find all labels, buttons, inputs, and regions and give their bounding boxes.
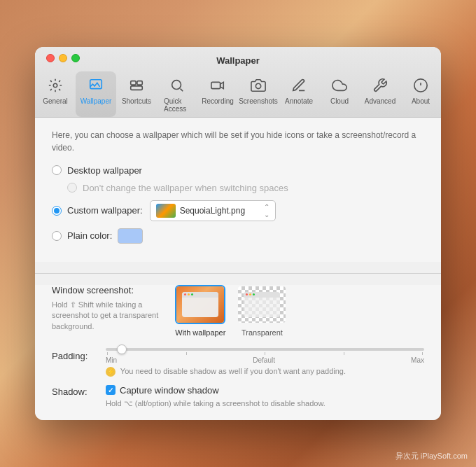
cloud-icon <box>330 76 349 95</box>
shadow-checkbox-label: Capture window shadow <box>120 385 219 396</box>
toolbar-label-cloud: Cloud <box>330 97 349 105</box>
plain-color-radio[interactable] <box>52 231 62 241</box>
transparent-option[interactable]: Transparent <box>237 285 287 337</box>
preview-window <box>182 292 218 317</box>
color-swatch[interactable] <box>118 228 143 244</box>
minimize-button[interactable] <box>59 54 67 62</box>
toolbar-label-shortcuts: Shortcuts <box>122 97 151 105</box>
recording-icon <box>208 76 227 95</box>
custom-wallpaper-row: Custom wallpaper: SequoiaLight.png ⌃⌄ <box>52 200 424 221</box>
window-screenshot-section: Window screenshot: Hold ⇧ Shift while ta… <box>52 285 424 337</box>
shadow-content: ✓ Capture window shadow Hold ⌥ (alt/opti… <box>106 385 424 409</box>
wallpaper-thumbnail <box>156 204 176 218</box>
tick-2 <box>186 352 187 355</box>
lower-section: Window screenshot: Hold ⇧ Shift while ta… <box>35 285 441 420</box>
preview-wallpaper-bg <box>176 286 224 323</box>
shadow-row: Shadow: ✓ Capture window shadow Hold ⌥ (… <box>52 385 424 409</box>
screenshot-options: With wallpaper <box>175 285 287 337</box>
toolbar-item-advanced[interactable]: Advanced <box>360 71 400 117</box>
svg-rect-2 <box>131 81 136 85</box>
no-change-spaces-radio[interactable] <box>67 183 77 193</box>
toolbar-item-screenshots[interactable]: Screenshots <box>238 71 279 117</box>
toolbar-label-quick-access: Quick Access <box>164 97 190 113</box>
toolbar-item-cloud[interactable]: Cloud <box>319 71 360 117</box>
slider-default-label: Default <box>253 356 275 364</box>
plain-color-label: Plain color: <box>67 230 112 241</box>
toolbar-label-wallpaper: Wallpaper <box>80 97 112 105</box>
preview-dot-red <box>184 293 186 295</box>
camera-icon <box>248 76 268 95</box>
slider-min-label: Min <box>106 356 117 364</box>
preview-dot-red-2 <box>246 293 248 295</box>
titlebar: Wallpaper General <box>35 47 441 118</box>
tick-5 <box>422 352 423 355</box>
plain-color-row: Plain color: <box>52 228 424 244</box>
with-wallpaper-label: With wallpaper <box>175 328 225 337</box>
gear-icon <box>46 76 65 95</box>
tick-4 <box>344 352 344 355</box>
toolbar-item-general[interactable]: General <box>35 71 76 117</box>
padding-hint: ⚡ You need to disable shadow as well if … <box>106 367 424 377</box>
app-window: Wallpaper General <box>35 47 441 420</box>
toolbar-item-about[interactable]: About <box>400 71 441 117</box>
custom-wallpaper-radio[interactable] <box>52 206 62 216</box>
toolbar-label-general: General <box>43 97 68 105</box>
toolbar-label-screenshots: Screenshots <box>239 97 278 105</box>
toolbar-label-advanced: Advanced <box>365 97 396 105</box>
padding-slider-track[interactable] <box>106 348 424 351</box>
desktop-wallpaper-label: Desktop wallpaper <box>67 165 142 176</box>
slider-max-label: Max <box>411 356 424 364</box>
wallpaper-file-select[interactable]: SequoiaLight.png ⌃⌄ <box>150 200 276 221</box>
close-button[interactable] <box>46 54 55 62</box>
desktop-wallpaper-radio[interactable] <box>52 165 62 175</box>
select-arrow-icon: ⌃⌄ <box>264 203 270 218</box>
watermark: 异次元 iPlaySoft.com <box>396 451 468 461</box>
svg-point-5 <box>172 80 181 89</box>
toolbar-item-annotate[interactable]: Annotate <box>279 71 319 117</box>
shadow-checkbox[interactable]: ✓ <box>106 385 115 395</box>
quick-access-icon <box>167 76 187 95</box>
toolbar: General Wallpaper <box>46 71 430 117</box>
screenshot-label-area: Window screenshot: Hold ⇧ Shift while ta… <box>52 285 158 332</box>
shadow-checkbox-row: ✓ Capture window shadow <box>106 385 424 396</box>
slider-ticks <box>106 352 424 355</box>
toolbar-label-about: About <box>412 97 430 105</box>
window-title: Wallpaper <box>46 55 430 66</box>
slider-labels: Min Default Max <box>106 356 424 364</box>
annotate-icon <box>289 76 309 95</box>
shadow-hint: Hold ⌥ (alt/option) while taking a scree… <box>106 398 424 409</box>
toolbar-item-quick-access[interactable]: Quick Access <box>157 71 197 117</box>
content-area: Here, you can choose a wallpaper which w… <box>35 118 441 262</box>
toolbar-item-recording[interactable]: Recording <box>197 71 238 117</box>
svg-rect-3 <box>137 81 142 85</box>
tick-3 <box>265 352 265 355</box>
padding-hint-text: You need to disable shadow as well if yo… <box>120 367 346 375</box>
padding-slider-thumb[interactable] <box>117 344 127 354</box>
shortcuts-icon <box>127 76 146 95</box>
advanced-icon <box>370 76 390 95</box>
with-wallpaper-option[interactable]: With wallpaper <box>175 285 225 337</box>
preview-transparent-bar <box>244 292 280 298</box>
wallpaper-icon <box>86 76 106 95</box>
about-icon <box>411 76 430 95</box>
preview-dot-yellow-2 <box>249 293 251 295</box>
padding-section: Padding: Min Default M <box>52 348 424 377</box>
toolbar-item-shortcuts[interactable]: Shortcuts <box>116 71 157 117</box>
custom-wallpaper-label: Custom wallpaper: <box>67 205 143 216</box>
checkbox-check-icon: ✓ <box>108 386 113 394</box>
toolbar-label-annotate: Annotate <box>285 97 313 105</box>
no-change-spaces-row: Don't change the wallpaper when switchin… <box>67 183 424 193</box>
maximize-button[interactable] <box>71 54 80 62</box>
toolbar-label-recording: Recording <box>202 97 234 105</box>
transparent-preview <box>237 285 287 324</box>
toolbar-item-wallpaper[interactable]: Wallpaper <box>76 71 116 117</box>
hint-icon: ⚡ <box>106 367 115 377</box>
wallpaper-filename: SequoiaLight.png <box>180 206 245 216</box>
svg-point-7 <box>255 83 260 88</box>
preview-dot-green-2 <box>253 293 255 295</box>
tick-1 <box>107 352 108 355</box>
desktop-wallpaper-row: Desktop wallpaper <box>52 165 424 176</box>
preview-transparent-window <box>244 292 280 317</box>
padding-slider-container: Min Default Max <box>106 348 424 364</box>
preview-dot-green <box>191 293 193 295</box>
